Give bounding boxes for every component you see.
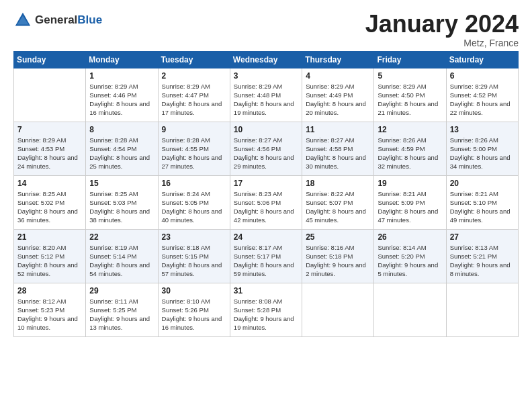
day-info: Sunrise: 8:19 AMSunset: 5:14 PMDaylight:… <box>89 243 154 279</box>
month-title: January 2024 <box>365 11 519 38</box>
day-number: 13 <box>450 125 515 134</box>
day-number: 17 <box>234 179 298 188</box>
day-number: 11 <box>306 125 370 134</box>
day-info: Sunrise: 8:12 AMSunset: 5:23 PMDaylight:… <box>17 297 82 332</box>
table-row: 3Sunrise: 8:29 AMSunset: 4:48 PMDaylight… <box>230 68 302 122</box>
table-row: 15Sunrise: 8:25 AMSunset: 5:03 PMDayligh… <box>86 175 158 229</box>
header-monday: Monday <box>86 51 158 68</box>
day-number: 1 <box>89 71 154 81</box>
day-info: Sunrise: 8:18 AMSunset: 5:15 PMDaylight:… <box>162 243 226 279</box>
table-row <box>14 68 86 122</box>
day-number: 6 <box>450 71 515 81</box>
day-number: 19 <box>378 179 442 188</box>
header-tuesday: Tuesday <box>158 51 230 68</box>
day-number: 31 <box>234 286 298 295</box>
table-row: 7Sunrise: 8:29 AMSunset: 4:53 PMDaylight… <box>14 122 86 175</box>
day-info: Sunrise: 8:29 AMSunset: 4:49 PMDaylight:… <box>306 82 370 118</box>
day-number: 9 <box>162 125 226 134</box>
table-row: 17Sunrise: 8:23 AMSunset: 5:06 PMDayligh… <box>230 175 302 229</box>
table-row: 9Sunrise: 8:28 AMSunset: 4:55 PMDaylight… <box>158 122 230 175</box>
table-row: 12Sunrise: 8:26 AMSunset: 4:59 PMDayligh… <box>374 122 446 175</box>
day-number: 3 <box>234 71 298 81</box>
day-number: 30 <box>162 286 226 295</box>
day-info: Sunrise: 8:21 AMSunset: 5:10 PMDaylight:… <box>450 189 515 225</box>
table-row: 18Sunrise: 8:22 AMSunset: 5:07 PMDayligh… <box>302 175 374 229</box>
day-info: Sunrise: 8:16 AMSunset: 5:18 PMDaylight:… <box>306 243 370 279</box>
day-info: Sunrise: 8:22 AMSunset: 5:07 PMDaylight:… <box>306 189 370 225</box>
day-number: 7 <box>17 125 82 134</box>
day-info: Sunrise: 8:29 AMSunset: 4:48 PMDaylight:… <box>234 82 298 118</box>
table-row <box>374 283 446 336</box>
day-info: Sunrise: 8:23 AMSunset: 5:06 PMDaylight:… <box>234 189 298 225</box>
table-row <box>302 283 374 336</box>
day-number: 8 <box>89 125 154 134</box>
day-info: Sunrise: 8:20 AMSunset: 5:12 PMDaylight:… <box>17 243 82 279</box>
table-row: 6Sunrise: 8:29 AMSunset: 4:52 PMDaylight… <box>446 68 518 122</box>
table-row: 21Sunrise: 8:20 AMSunset: 5:12 PMDayligh… <box>14 229 86 283</box>
day-number: 16 <box>162 179 226 188</box>
day-info: Sunrise: 8:27 AMSunset: 4:58 PMDaylight:… <box>306 136 370 171</box>
table-row: 2Sunrise: 8:29 AMSunset: 4:47 PMDaylight… <box>158 68 230 122</box>
day-number: 14 <box>17 179 82 188</box>
day-info: Sunrise: 8:25 AMSunset: 5:03 PMDaylight:… <box>89 189 154 225</box>
logo: GeneralBlue <box>13 11 102 30</box>
table-row: 11Sunrise: 8:27 AMSunset: 4:58 PMDayligh… <box>302 122 374 175</box>
logo-text: GeneralBlue <box>35 13 102 27</box>
header-sunday: Sunday <box>14 51 86 68</box>
day-info: Sunrise: 8:25 AMSunset: 5:02 PMDaylight:… <box>17 189 82 225</box>
table-row: 5Sunrise: 8:29 AMSunset: 4:50 PMDaylight… <box>374 68 446 122</box>
day-info: Sunrise: 8:14 AMSunset: 5:20 PMDaylight:… <box>378 243 442 279</box>
table-row: 1Sunrise: 8:29 AMSunset: 4:46 PMDaylight… <box>86 68 158 122</box>
calendar-week-row: 21Sunrise: 8:20 AMSunset: 5:12 PMDayligh… <box>14 229 519 283</box>
table-row: 25Sunrise: 8:16 AMSunset: 5:18 PMDayligh… <box>302 229 374 283</box>
header-saturday: Saturday <box>446 51 518 68</box>
day-info: Sunrise: 8:11 AMSunset: 5:25 PMDaylight:… <box>89 297 154 332</box>
day-number: 24 <box>234 232 298 242</box>
day-number: 4 <box>306 71 370 81</box>
header-wednesday: Wednesday <box>230 51 302 68</box>
day-number: 23 <box>162 232 226 242</box>
day-info: Sunrise: 8:10 AMSunset: 5:26 PMDaylight:… <box>162 297 226 332</box>
logo-icon <box>13 11 32 30</box>
day-info: Sunrise: 8:29 AMSunset: 4:52 PMDaylight:… <box>450 82 515 118</box>
day-info: Sunrise: 8:29 AMSunset: 4:53 PMDaylight:… <box>17 136 82 171</box>
table-row: 13Sunrise: 8:26 AMSunset: 5:00 PMDayligh… <box>446 122 518 175</box>
day-info: Sunrise: 8:21 AMSunset: 5:09 PMDaylight:… <box>378 189 442 225</box>
day-info: Sunrise: 8:28 AMSunset: 4:54 PMDaylight:… <box>89 136 154 171</box>
table-row: 26Sunrise: 8:14 AMSunset: 5:20 PMDayligh… <box>374 229 446 283</box>
title-section: January 2024 Metz, France <box>365 11 519 48</box>
day-number: 12 <box>378 125 442 134</box>
day-number: 10 <box>234 125 298 134</box>
day-info: Sunrise: 8:26 AMSunset: 4:59 PMDaylight:… <box>378 136 442 171</box>
table-row: 22Sunrise: 8:19 AMSunset: 5:14 PMDayligh… <box>86 229 158 283</box>
day-number: 26 <box>378 232 442 242</box>
table-row: 23Sunrise: 8:18 AMSunset: 5:15 PMDayligh… <box>158 229 230 283</box>
table-row: 27Sunrise: 8:13 AMSunset: 5:21 PMDayligh… <box>446 229 518 283</box>
day-info: Sunrise: 8:29 AMSunset: 4:50 PMDaylight:… <box>378 82 442 118</box>
logo-blue: Blue <box>77 13 102 26</box>
day-info: Sunrise: 8:08 AMSunset: 5:28 PMDaylight:… <box>234 297 298 332</box>
header: GeneralBlue January 2024 Metz, France <box>13 11 519 48</box>
table-row <box>446 283 518 336</box>
day-info: Sunrise: 8:29 AMSunset: 4:47 PMDaylight:… <box>162 82 226 118</box>
day-number: 15 <box>89 179 154 188</box>
table-row: 19Sunrise: 8:21 AMSunset: 5:09 PMDayligh… <box>374 175 446 229</box>
day-number: 18 <box>306 179 370 188</box>
table-row: 30Sunrise: 8:10 AMSunset: 5:26 PMDayligh… <box>158 283 230 336</box>
day-info: Sunrise: 8:17 AMSunset: 5:17 PMDaylight:… <box>234 243 298 279</box>
table-row: 24Sunrise: 8:17 AMSunset: 5:17 PMDayligh… <box>230 229 302 283</box>
table-row: 10Sunrise: 8:27 AMSunset: 4:56 PMDayligh… <box>230 122 302 175</box>
table-row: 20Sunrise: 8:21 AMSunset: 5:10 PMDayligh… <box>446 175 518 229</box>
day-info: Sunrise: 8:29 AMSunset: 4:46 PMDaylight:… <box>89 82 154 118</box>
table-row: 29Sunrise: 8:11 AMSunset: 5:25 PMDayligh… <box>86 283 158 336</box>
header-friday: Friday <box>374 51 446 68</box>
table-row: 8Sunrise: 8:28 AMSunset: 4:54 PMDaylight… <box>86 122 158 175</box>
day-info: Sunrise: 8:26 AMSunset: 5:00 PMDaylight:… <box>450 136 515 171</box>
day-number: 20 <box>450 179 515 188</box>
calendar-week-row: 28Sunrise: 8:12 AMSunset: 5:23 PMDayligh… <box>14 283 519 336</box>
day-info: Sunrise: 8:27 AMSunset: 4:56 PMDaylight:… <box>234 136 298 171</box>
day-info: Sunrise: 8:13 AMSunset: 5:21 PMDaylight:… <box>450 243 515 279</box>
day-number: 2 <box>162 71 226 81</box>
day-number: 29 <box>89 286 154 295</box>
table-row: 28Sunrise: 8:12 AMSunset: 5:23 PMDayligh… <box>14 283 86 336</box>
